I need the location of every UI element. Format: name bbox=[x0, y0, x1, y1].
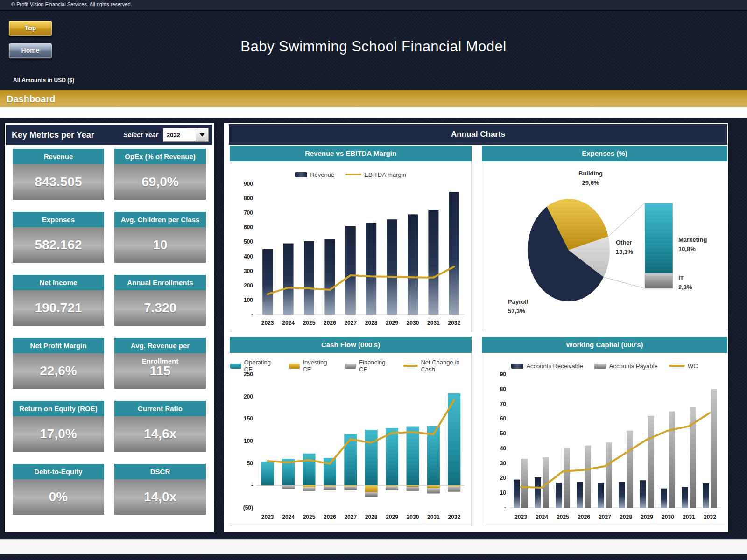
svg-text:30: 30 bbox=[500, 460, 507, 467]
legend-bar-swatch bbox=[289, 364, 300, 369]
svg-text:Other: Other bbox=[616, 239, 632, 246]
svg-text:Building: Building bbox=[578, 170, 603, 177]
svg-text:-: - bbox=[251, 482, 253, 489]
metric-label: Revenue bbox=[13, 149, 104, 164]
svg-text:2032: 2032 bbox=[704, 514, 716, 520]
metric-card: Net Income190.721 bbox=[13, 275, 104, 326]
svg-text:10,8%: 10,8% bbox=[678, 245, 696, 252]
svg-text:70: 70 bbox=[500, 401, 507, 407]
metric-value: 0% bbox=[13, 479, 104, 515]
legend-bar-swatch bbox=[594, 364, 606, 369]
metric-card: Avg. Revenue per Enrollment115 bbox=[114, 338, 206, 389]
legend-bar-swatch bbox=[230, 364, 241, 369]
metric-label: Net Profit Margin bbox=[13, 338, 104, 353]
metric-card: DSCR14,0x bbox=[114, 464, 206, 515]
svg-text:2030: 2030 bbox=[407, 320, 419, 326]
svg-text:60: 60 bbox=[500, 415, 507, 422]
dropdown-button[interactable] bbox=[196, 129, 208, 141]
svg-text:Marketing: Marketing bbox=[678, 236, 707, 243]
svg-text:100: 100 bbox=[244, 297, 253, 303]
select-year-value: 2032 bbox=[163, 132, 196, 139]
legend-label: Investing CF bbox=[303, 359, 334, 373]
svg-text:2024: 2024 bbox=[536, 514, 548, 520]
svg-text:20: 20 bbox=[500, 475, 507, 481]
legend-label: Accounts Payable bbox=[609, 363, 658, 370]
svg-text:57,3%: 57,3% bbox=[508, 308, 525, 315]
bar-series bbox=[514, 389, 717, 508]
legend-item: Accounts Payable bbox=[594, 363, 658, 370]
svg-text:13,1%: 13,1% bbox=[616, 248, 633, 255]
metric-value: 10 bbox=[114, 227, 206, 263]
dashboard-banner-label: Dashboard bbox=[7, 90, 747, 108]
metric-card: Net Profit Margin22,6% bbox=[13, 338, 104, 389]
expenses-pie-plot: Building29,6%Other13,1%Payroll57,3%Marke… bbox=[482, 161, 727, 330]
top-button[interactable]: Top bbox=[8, 21, 52, 36]
bar-series bbox=[261, 393, 461, 497]
page-title: Baby Swimming School Financial Model bbox=[0, 38, 747, 55]
metric-card: Debt-to-Equity0% bbox=[13, 464, 104, 515]
chart-legend: Operating CFInvesting CFFinancing CFNet … bbox=[230, 353, 471, 371]
chevron-down-icon bbox=[199, 133, 205, 137]
metric-card: Current Ratio14,6x bbox=[114, 401, 206, 452]
svg-text:300: 300 bbox=[244, 268, 253, 274]
legend-line-swatch bbox=[669, 365, 685, 367]
metric-value: 69,0% bbox=[114, 164, 206, 200]
metric-card: Expenses582.162 bbox=[13, 212, 104, 263]
svg-text:-: - bbox=[504, 504, 506, 511]
svg-text:2029: 2029 bbox=[641, 514, 653, 520]
svg-text:2025: 2025 bbox=[303, 320, 316, 326]
metric-card: Return on Equity (ROE)17,0% bbox=[13, 401, 104, 452]
svg-text:200: 200 bbox=[244, 393, 253, 400]
select-year-dropdown[interactable]: 2032 bbox=[163, 128, 209, 142]
svg-text:IT: IT bbox=[678, 274, 684, 281]
svg-text:250: 250 bbox=[244, 371, 253, 378]
svg-text:80: 80 bbox=[500, 386, 507, 392]
working-capital-chart: Working Capital (000's) Accounts Receiva… bbox=[482, 337, 727, 525]
top-strip: © Profit Vision Financial Services. All … bbox=[0, 0, 747, 11]
svg-text:2025: 2025 bbox=[557, 514, 569, 520]
metric-value: 14,6x bbox=[114, 416, 206, 452]
revenue-ebitda-chart: Revenue vs EBITDA Margin RevenueEBITDA m… bbox=[230, 146, 472, 331]
svg-text:50: 50 bbox=[500, 430, 507, 437]
chart-title: Cash Flow (000's) bbox=[230, 337, 472, 353]
svg-text:90: 90 bbox=[500, 371, 507, 378]
svg-text:2023: 2023 bbox=[261, 320, 274, 326]
legend-label: Net Change in Cash bbox=[421, 359, 471, 373]
legend-item: WC bbox=[669, 363, 698, 370]
metric-card: Revenue843.505 bbox=[13, 149, 104, 200]
legend-label: Accounts Receivable bbox=[526, 363, 583, 370]
key-metrics-panel: Key Metrics per Year Select Year 2032 Re… bbox=[5, 123, 214, 532]
revenue-ebitda-plot: -100200300400500600700800900202320242025… bbox=[230, 180, 471, 329]
metric-label: Current Ratio bbox=[114, 401, 206, 416]
svg-text:2024: 2024 bbox=[282, 514, 295, 520]
legend-item: Accounts Receivable bbox=[511, 363, 583, 370]
svg-text:2029: 2029 bbox=[386, 514, 398, 520]
legend-item: Net Change in Cash bbox=[403, 359, 471, 373]
svg-text:2024: 2024 bbox=[282, 320, 295, 326]
metric-value: 115 bbox=[114, 353, 206, 389]
svg-text:150: 150 bbox=[244, 415, 253, 422]
metric-value: 190.721 bbox=[13, 290, 104, 326]
legend-label: WC bbox=[688, 363, 698, 370]
svg-text:2031: 2031 bbox=[427, 514, 440, 520]
svg-text:2026: 2026 bbox=[578, 514, 590, 520]
metric-value: 582.162 bbox=[13, 227, 104, 263]
svg-text:500: 500 bbox=[244, 238, 253, 245]
svg-text:2026: 2026 bbox=[324, 320, 336, 326]
svg-text:2027: 2027 bbox=[344, 320, 357, 326]
metric-value: 14,0x bbox=[114, 479, 206, 515]
legend-bar-swatch bbox=[345, 364, 356, 369]
select-year-label: Select Year bbox=[123, 131, 158, 139]
legend-label: Financing CF bbox=[359, 359, 392, 373]
svg-text:2,3%: 2,3% bbox=[678, 284, 692, 291]
metric-card: Avg. Children per Class10 bbox=[114, 212, 206, 263]
svg-text:2023: 2023 bbox=[514, 514, 527, 520]
chart-legend: Accounts ReceivableAccounts PayableWC bbox=[482, 353, 727, 371]
line-series bbox=[521, 413, 710, 488]
svg-text:700: 700 bbox=[244, 210, 253, 216]
metric-value: 22,6% bbox=[13, 353, 104, 389]
amounts-note: All Amounts in USD ($) bbox=[13, 77, 74, 84]
svg-text:2027: 2027 bbox=[344, 514, 357, 520]
svg-text:2028: 2028 bbox=[365, 514, 378, 520]
bar-series bbox=[262, 192, 459, 315]
